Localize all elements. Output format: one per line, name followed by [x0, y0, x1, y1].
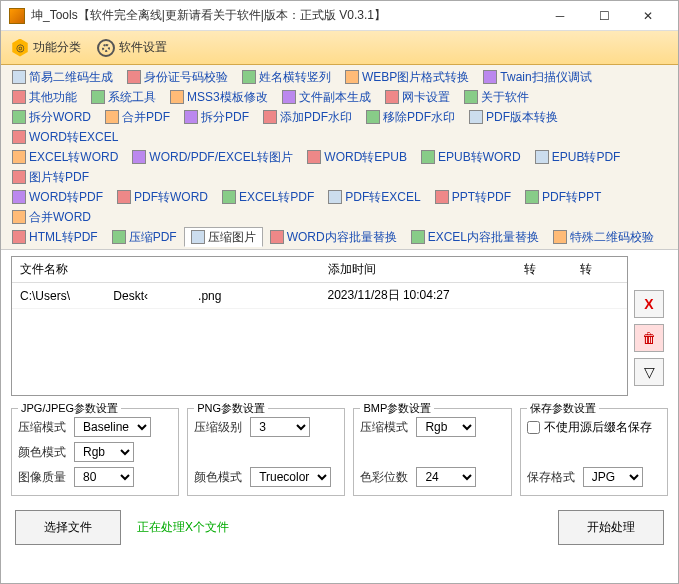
tab-label: 其他功能 — [29, 89, 77, 106]
tab-icon — [222, 190, 236, 204]
th-c2[interactable]: 转 — [572, 257, 627, 283]
tab-图片转PDF[interactable]: 图片转PDF — [5, 167, 96, 187]
tab-WORD转PDF[interactable]: WORD转PDF — [5, 187, 110, 207]
tab-label: 图片转PDF — [29, 169, 89, 186]
tab-icon — [12, 230, 26, 244]
jpg-quality-label: 图像质量 — [18, 469, 70, 486]
tab-label: EXCEL内容批量替换 — [428, 229, 539, 246]
tab-MSS3模板修改[interactable]: MSS3模板修改 — [163, 87, 275, 107]
down-button[interactable]: ▽ — [634, 358, 664, 386]
tab-PDF转WORD[interactable]: PDF转WORD — [110, 187, 215, 207]
tab-label: WEBP图片格式转换 — [362, 69, 469, 86]
tab-icon — [535, 150, 549, 164]
tab-icon — [170, 90, 184, 104]
th-c1[interactable]: 转 — [516, 257, 571, 283]
bmp-group: BMP参数设置 压缩模式 Rgb 色彩位数 24 — [353, 408, 511, 496]
tab-身份证号码校验[interactable]: 身份证号码校验 — [120, 67, 235, 87]
tab-压缩PDF[interactable]: 压缩PDF — [105, 227, 184, 247]
tab-icon — [12, 210, 26, 224]
tab-label: 压缩PDF — [129, 229, 177, 246]
tab-拆分PDF[interactable]: 拆分PDF — [177, 107, 256, 127]
jpg-mode-label: 压缩模式 — [18, 419, 70, 436]
tab-EXCEL内容批量替换[interactable]: EXCEL内容批量替换 — [404, 227, 546, 247]
tab-特殊二维码校验[interactable]: 特殊二维码校验 — [546, 227, 661, 247]
th-addtime[interactable]: 添加时间 — [320, 257, 517, 283]
tab-关于软件[interactable]: 关于软件 — [457, 87, 536, 107]
jpg-color-select[interactable]: Rgb — [74, 442, 134, 462]
png-level-select[interactable]: 3 — [250, 417, 310, 437]
tab-icon — [12, 130, 26, 144]
tab-其他功能[interactable]: 其他功能 — [5, 87, 84, 107]
jpg-quality-select[interactable]: 80 — [74, 467, 134, 487]
save-legend: 保存参数设置 — [527, 401, 599, 416]
start-button[interactable]: 开始处理 — [558, 510, 664, 545]
tab-简易二维码生成[interactable]: 简易二维码生成 — [5, 67, 120, 87]
tab-label: 移除PDF水印 — [383, 109, 455, 126]
tab-文件副本生成[interactable]: 文件副本生成 — [275, 87, 378, 107]
tab-icon — [263, 110, 277, 124]
delete-button[interactable]: 🗑 — [634, 324, 664, 352]
params-row: JPG/JPEG参数设置 压缩模式 Baseline 颜色模式 Rgb 图像质量… — [1, 404, 678, 500]
png-color-label: 颜色模式 — [194, 469, 246, 486]
cell-filename: C:\Users\ Deskt‹ .png — [12, 283, 320, 309]
tab-网卡设置[interactable]: 网卡设置 — [378, 87, 457, 107]
th-filename[interactable]: 文件名称 — [12, 257, 320, 283]
tab-移除PDF水印[interactable]: 移除PDF水印 — [359, 107, 462, 127]
tab-label: 关于软件 — [481, 89, 529, 106]
tab-EPUB转PDF[interactable]: EPUB转PDF — [528, 147, 628, 167]
tab-label: PPT转PDF — [452, 189, 511, 206]
tab-合并PDF[interactable]: 合并PDF — [98, 107, 177, 127]
file-table[interactable]: 文件名称 添加时间 转 转 C:\Users\ Deskt‹ .png 2023… — [11, 256, 628, 396]
menu-category[interactable]: ◎ 功能分类 — [11, 39, 81, 57]
bmp-bits-select[interactable]: 24 — [416, 467, 476, 487]
tab-WORD转EXCEL[interactable]: WORD转EXCEL — [5, 127, 125, 147]
tab-icon — [270, 230, 284, 244]
remove-button[interactable]: X — [634, 290, 664, 318]
tab-合并WORD[interactable]: 合并WORD — [5, 207, 98, 227]
tab-压缩图片[interactable]: 压缩图片 — [184, 227, 263, 247]
side-buttons: + X 🗑 ▽ — [634, 256, 668, 396]
tab-label: EXCEL转WORD — [29, 149, 118, 166]
save-suffix-checkbox[interactable] — [527, 421, 540, 434]
tab-姓名横转竖列[interactable]: 姓名横转竖列 — [235, 67, 338, 87]
tab-PDF版本转换[interactable]: PDF版本转换 — [462, 107, 565, 127]
table-row[interactable]: C:\Users\ Deskt‹ .png 2023/11/28日 10:04:… — [12, 283, 627, 309]
tab-添加PDF水印[interactable]: 添加PDF水印 — [256, 107, 359, 127]
tab-PDF转EXCEL[interactable]: PDF转EXCEL — [321, 187, 427, 207]
tab-EXCEL转WORD[interactable]: EXCEL转WORD — [5, 147, 125, 167]
tabs-container: 简易二维码生成身份证号码校验姓名横转竖列WEBP图片格式转换Twain扫描仪调试… — [1, 65, 678, 250]
tab-HTML转PDF[interactable]: HTML转PDF — [5, 227, 105, 247]
tab-label: WORD/PDF/EXCEL转图片 — [149, 149, 293, 166]
tab-WEBP图片格式转换[interactable]: WEBP图片格式转换 — [338, 67, 476, 87]
menu-settings[interactable]: 软件设置 — [97, 39, 167, 57]
tab-Twain扫描仪调试[interactable]: Twain扫描仪调试 — [476, 67, 598, 87]
hex-icon: ◎ — [11, 39, 29, 57]
png-color-select[interactable]: Truecolor — [250, 467, 331, 487]
close-button[interactable]: ✕ — [626, 2, 670, 30]
save-group: 保存参数设置 不使用源后缀名保存 保存格式 JPG — [520, 408, 668, 496]
maximize-button[interactable]: ☐ — [582, 2, 626, 30]
tab-icon — [421, 150, 435, 164]
minimize-button[interactable]: ─ — [538, 2, 582, 30]
png-legend: PNG参数设置 — [194, 401, 268, 416]
choose-file-button[interactable]: 选择文件 — [15, 510, 121, 545]
tab-label: WORD转EXCEL — [29, 129, 118, 146]
tab-PPT转PDF[interactable]: PPT转PDF — [428, 187, 518, 207]
tab-icon — [112, 230, 126, 244]
tab-拆分WORD[interactable]: 拆分WORD — [5, 107, 98, 127]
tab-PDF转PPT[interactable]: PDF转PPT — [518, 187, 608, 207]
tab-系统工具[interactable]: 系统工具 — [84, 87, 163, 107]
gear-icon — [97, 39, 115, 57]
tab-label: 姓名横转竖列 — [259, 69, 331, 86]
bmp-bits-label: 色彩位数 — [360, 469, 412, 486]
jpg-mode-select[interactable]: Baseline — [74, 417, 151, 437]
save-fmt-select[interactable]: JPG — [583, 467, 643, 487]
tab-EXCEL转PDF[interactable]: EXCEL转PDF — [215, 187, 321, 207]
tab-label: 合并WORD — [29, 209, 91, 226]
tab-EPUB转WORD[interactable]: EPUB转WORD — [414, 147, 528, 167]
bmp-mode-select[interactable]: Rgb — [416, 417, 476, 437]
tab-WORD转EPUB[interactable]: WORD转EPUB — [300, 147, 414, 167]
tab-WORD/PDF/EXCEL转图片[interactable]: WORD/PDF/EXCEL转图片 — [125, 147, 300, 167]
tab-WORD内容批量替换[interactable]: WORD内容批量替换 — [263, 227, 404, 247]
tab-icon — [12, 90, 26, 104]
